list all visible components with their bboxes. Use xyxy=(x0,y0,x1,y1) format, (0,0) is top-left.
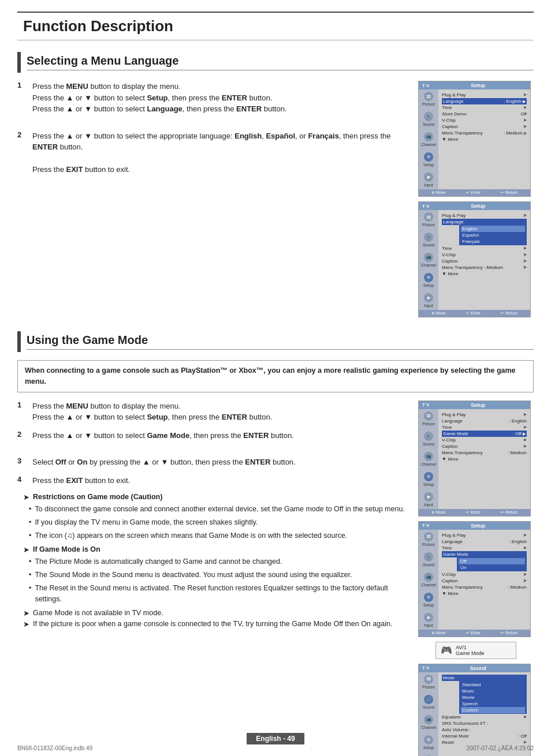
tv-bottom-bar: ⊕ Move ↵ Enter ↩ Return xyxy=(419,509,530,516)
extra-note-1: ➤ Game Mode is not available in TV mode. xyxy=(23,609,407,617)
arrow-right: ▶ xyxy=(524,105,527,110)
picture-icon: 🖼 xyxy=(424,411,433,421)
step-num: 2 xyxy=(17,130,27,175)
step-text: Select Off or On by pressing the ▲ or ▼ … xyxy=(32,456,296,468)
tv-label: T V xyxy=(422,665,429,671)
section1-header: Selecting a Menu Language xyxy=(17,52,534,73)
tv-mockup-2: T V Setup 🖼Picture 🔊Sound 📺Channel ⚙Setu… xyxy=(418,201,531,317)
restrictions-title: Restrictions on Game mode (Caution) xyxy=(33,493,162,501)
tv-main: Plug & Play▶ Language English Español Fr… xyxy=(438,210,530,310)
arrow-right: ▶ xyxy=(524,533,527,538)
tv-bottom-bar: ⊕ Move ↵ Enter ↩ Return xyxy=(419,630,530,637)
sidebar-label: Sound xyxy=(423,705,434,709)
nav-move: ⊕ Move xyxy=(431,631,446,635)
bullet-item: To disconnect the game console and conne… xyxy=(23,504,407,515)
sidebar-label: Sound xyxy=(423,563,434,567)
sound-mode-dropdown: Standard Music Movie Speech Custom xyxy=(459,681,527,714)
opt-standard: Standard xyxy=(461,682,525,688)
arrow-right: ▶ xyxy=(524,92,527,98)
menu-item: ▼ More xyxy=(442,590,527,597)
sound-icon: 🔊 xyxy=(424,432,433,441)
arrow-right: ▶ xyxy=(524,259,527,264)
tv-header: Setup xyxy=(471,203,485,209)
footer-right: 2007-07-02 ¿ÀÈÄ 4:29:02 xyxy=(467,745,534,751)
tv-main: Plug & Play▶ Language: English Time▶ Gam… xyxy=(438,530,530,630)
extra-note-2: ➤ If the picture is poor when a game con… xyxy=(23,620,407,628)
sidebar-sound: 🔊Sound xyxy=(420,432,437,446)
lang-francais: Français xyxy=(461,238,525,245)
step-num: 4 xyxy=(17,475,27,486)
game-on-title: If Game Mode is On xyxy=(33,545,100,554)
sidebar-label: Sound xyxy=(423,122,434,126)
item-label: V-Chip xyxy=(442,437,456,443)
option-on: On xyxy=(459,564,525,571)
sidebar-picture: 🖼Picture xyxy=(420,411,437,426)
step-2-4: 4 Press the EXIT button to exit. xyxy=(17,475,407,486)
item-label: Caption xyxy=(442,259,458,264)
tv-header: Setup xyxy=(471,523,485,529)
tv-body: 🖼Picture 🔊Sound 📺Channel ⚙Setup ▶Input P… xyxy=(419,89,530,189)
section2-images: T V Setup 🖼Picture 🔊Sound 📺Channel ⚙Setu… xyxy=(418,401,534,757)
sidebar-label: Sound xyxy=(423,243,434,247)
tv-sidebar: 🖼Picture 🔊Sound 📺Channel ⚙Setup ▶Input xyxy=(419,409,438,509)
menu-item: V-Chip▶ xyxy=(442,437,527,443)
tv-body: 🖼Picture 🔊Sound 📺Channel ⚙Setup ▶Input P… xyxy=(419,210,530,310)
setup-icon: ⚙ xyxy=(424,472,433,481)
item-label: Equalizer xyxy=(442,714,461,720)
tv-top-bar: T V Setup xyxy=(419,522,530,530)
menu-item: V-Chip▶ xyxy=(442,252,527,258)
game-controller-icon: 🎮 xyxy=(441,645,452,656)
menu-item: Auto Volume : xyxy=(442,727,527,733)
sidebar-setup: ⚙Setup xyxy=(420,472,437,486)
menu-item: ▼ More xyxy=(442,456,527,462)
input-icon: ▶ xyxy=(424,293,433,302)
menu-item: Caption▶ xyxy=(442,123,527,130)
sound-icon: 🔊 xyxy=(424,112,433,121)
menu-item-gamemode: Game Mode: Off ▶ xyxy=(442,431,527,437)
sidebar-label: Input xyxy=(424,183,433,187)
input-icon: ▶ xyxy=(424,173,433,182)
step-1-1: 1 Press the MENU button to display the m… xyxy=(17,81,407,115)
nav-return: ↩ Return xyxy=(501,190,518,195)
item-value: : Medium xyxy=(508,450,527,455)
section1-content: 1 Press the MENU button to display the m… xyxy=(17,81,534,317)
nav-return: ↩ Return xyxy=(501,510,518,515)
section2-title: Using the Game Mode xyxy=(27,334,534,350)
sidebar-picture: 🖼Picture xyxy=(420,532,437,547)
game-mode-note: When connecting to a game console such a… xyxy=(17,360,534,392)
sidebar-setup: ⚙Setup xyxy=(420,273,437,287)
item-value: : Medium ▶ xyxy=(504,130,527,136)
item-label: Auto Volume : xyxy=(442,727,471,732)
menu-item: Plug & Play▶ xyxy=(442,212,527,219)
sound-icon: 🔊 xyxy=(424,233,433,242)
nav-move: ⊕ Move xyxy=(431,510,446,515)
sidebar-channel: 📺Channel xyxy=(420,572,437,587)
menu-item-mode: Mode xyxy=(442,675,527,681)
section2-header: Using the Game Mode xyxy=(17,331,534,352)
arrow-icon: ➤ xyxy=(23,620,29,628)
section1-text: 1 Press the MENU button to display the m… xyxy=(17,81,407,317)
tv-mockup-3: T V Setup 🖼Picture 🔊Sound 📺Channel ⚙Setu… xyxy=(418,401,531,517)
nav-move: ⊕ Move xyxy=(431,311,446,316)
sidebar-sound: 🔊Sound xyxy=(420,112,437,126)
sidebar-sound: 🔊Sound xyxy=(420,552,437,567)
sidebar-label: Setup xyxy=(423,283,434,287)
item-value: Off xyxy=(520,111,527,117)
tv-main: Plug & Play▶ Language: English Time▶ Gam… xyxy=(438,409,530,509)
bullet-item: The Picture Mode is automatically change… xyxy=(23,556,407,567)
arrow-right: ▶ xyxy=(524,437,527,443)
sidebar-input: ▶Input xyxy=(420,173,437,187)
menu-item: Store DemoOff xyxy=(442,111,527,117)
sidebar-sound: 🔊Sound xyxy=(420,233,437,247)
arrow-right: ▶ xyxy=(524,118,527,123)
lang-english: English xyxy=(461,226,525,232)
channel-icon: 📺 xyxy=(424,253,433,262)
tv-top-bar: T V Setup xyxy=(419,401,530,409)
step-text: Press the ▲ or ▼ button to select Game M… xyxy=(32,430,294,441)
nav-return: ↩ Return xyxy=(501,311,518,316)
bullet-item: The Reset in the Sound menu is activated… xyxy=(23,583,407,605)
step-2-2: 2 Press the ▲ or ▼ button to select Game… xyxy=(17,430,407,441)
sound-icon: 🔊 xyxy=(424,552,433,562)
arrow-right: ▶ xyxy=(524,252,527,257)
sidebar-label: Picture xyxy=(422,542,435,547)
